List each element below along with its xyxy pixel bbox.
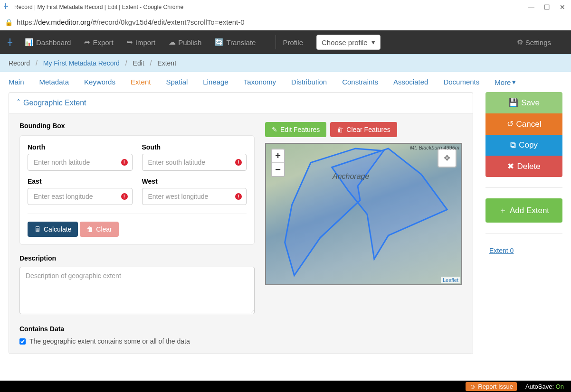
url-display[interactable]: https://dev.mdeditor.org/#/record/0kgv15… xyxy=(17,18,245,26)
clear-bbox-button[interactable]: 🗑 Clear xyxy=(80,222,118,237)
window-controls: — ☐ ✕ xyxy=(528,3,565,11)
nav-translate[interactable]: 🔄Translate xyxy=(215,38,256,47)
nav-export[interactable]: ➦Export xyxy=(84,38,113,47)
save-button[interactable]: 💾 Save xyxy=(485,92,562,113)
minimize-button[interactable]: — xyxy=(528,3,534,11)
tab-documents[interactable]: Documents xyxy=(443,78,479,86)
cancel-button[interactable]: ↺ Cancel xyxy=(485,113,562,135)
app-favicon xyxy=(4,3,11,11)
nav-profile-label: Profile xyxy=(283,38,303,47)
save-icon: 💾 xyxy=(508,98,518,108)
zoom-in-button[interactable]: + xyxy=(272,149,284,163)
description-textarea[interactable] xyxy=(19,267,255,314)
leaflet-credit[interactable]: Leaflet xyxy=(441,277,460,283)
south-label: South xyxy=(142,143,247,151)
tab-more[interactable]: More▾ xyxy=(495,78,516,86)
pencil-icon: ✎ xyxy=(272,126,277,133)
profile-select-placeholder: Choose profile xyxy=(322,38,368,47)
plus-icon: ＋ xyxy=(499,205,507,216)
contains-data-label: Contains Data xyxy=(19,325,255,333)
chevron-up-icon: ˄ xyxy=(17,98,20,107)
panel-toggle[interactable]: ˄ Geographic Extent xyxy=(9,93,473,113)
window-title: Record | My First Metadata Record | Edit… xyxy=(14,4,528,10)
edit-features-button[interactable]: ✎ Edit Features xyxy=(265,122,326,137)
tab-taxonomy[interactable]: Taxonomy xyxy=(244,78,276,86)
breadcrumb-title-link[interactable]: My First Metadata Record xyxy=(43,59,120,67)
add-extent-button[interactable]: ＋ Add Extent xyxy=(485,198,562,223)
breadcrumb: Record / My First Metadata Record / Edit… xyxy=(0,54,571,72)
delete-button[interactable]: ✖ Delete xyxy=(485,156,562,177)
layers-icon: ❖ xyxy=(443,153,451,163)
action-stack: 💾 Save ↺ Cancel ⧉ Copy ✖ Delete xyxy=(485,92,562,177)
window-titlebar: Record | My First Metadata Record | Edit… xyxy=(0,0,571,14)
chevron-down-icon: ▾ xyxy=(371,38,375,47)
close-window-button[interactable]: ✕ xyxy=(560,3,565,11)
west-input[interactable] xyxy=(142,188,247,205)
west-label: West xyxy=(142,177,247,185)
geographic-extent-panel: ˄ Geographic Extent Bounding Box North ! xyxy=(9,92,473,354)
description-label: Description xyxy=(19,254,255,262)
copy-button[interactable]: ⧉ Copy xyxy=(485,135,562,156)
maximize-button[interactable]: ☐ xyxy=(544,3,550,11)
import-icon: ➥ xyxy=(127,38,133,47)
extent-0-link[interactable]: Extent 0 xyxy=(485,244,562,257)
publish-icon: ☁ xyxy=(169,38,176,47)
trash-icon: 🗑 xyxy=(86,225,93,233)
app-logo-icon[interactable] xyxy=(7,37,16,47)
bounding-box-card: North ! South ! xyxy=(19,135,255,245)
copy-icon: ⧉ xyxy=(510,140,516,150)
map-polygons xyxy=(266,144,461,285)
nav-separator xyxy=(276,35,276,49)
breadcrumb-record: Record xyxy=(9,59,30,67)
caret-down-icon: ▾ xyxy=(512,78,516,86)
required-icon: ! xyxy=(121,159,128,166)
translate-icon: 🔄 xyxy=(215,38,224,47)
close-icon: ✖ xyxy=(507,161,514,171)
contains-data-checkbox[interactable] xyxy=(19,338,26,345)
nav-import[interactable]: ➥Import xyxy=(127,38,156,47)
tab-main[interactable]: Main xyxy=(9,78,24,86)
trash-icon: 🗑 xyxy=(337,126,343,133)
north-label: North xyxy=(28,143,133,151)
record-tabs: Main Metadata Keywords Extent Spatial Li… xyxy=(0,72,571,92)
east-label: East xyxy=(28,177,133,185)
tab-associated[interactable]: Associated xyxy=(393,78,428,86)
export-icon: ➦ xyxy=(84,38,90,47)
required-icon: ! xyxy=(235,193,242,200)
tab-constraints[interactable]: Constraints xyxy=(342,78,378,86)
east-input[interactable] xyxy=(28,188,133,205)
map-city-label: Anchorage xyxy=(333,172,369,181)
browser-addressbar: 🔒 https://dev.mdeditor.org/#/record/0kgv… xyxy=(0,14,571,30)
contains-data-text: The geographic extent contains some or a… xyxy=(29,337,190,345)
required-icon: ! xyxy=(235,159,242,166)
layers-button[interactable]: ❖ xyxy=(438,149,457,168)
gear-icon: ⚙ xyxy=(517,38,523,47)
calculator-icon: 🖩 xyxy=(34,225,41,233)
map-zoom-control: + − xyxy=(271,149,285,177)
dashboard-icon: 📊 xyxy=(25,38,34,47)
lock-icon: 🔒 xyxy=(5,19,13,26)
nav-publish[interactable]: ☁Publish xyxy=(169,38,201,47)
north-input[interactable] xyxy=(28,154,133,171)
south-input[interactable] xyxy=(142,154,247,171)
zoom-out-button[interactable]: − xyxy=(272,163,284,176)
undo-icon: ↺ xyxy=(507,119,514,129)
tab-keywords[interactable]: Keywords xyxy=(84,78,115,86)
tab-distribution[interactable]: Distribution xyxy=(291,78,327,86)
tab-metadata[interactable]: Metadata xyxy=(39,78,69,86)
breadcrumb-section: Extent xyxy=(157,59,176,67)
tab-lineage[interactable]: Lineage xyxy=(203,78,228,86)
bounding-box-title: Bounding Box xyxy=(19,122,255,130)
clear-features-button[interactable]: 🗑 Clear Features xyxy=(330,122,397,137)
nav-settings[interactable]: ⚙Settings xyxy=(517,38,551,47)
tab-spatial[interactable]: Spatial xyxy=(166,78,188,86)
extent-map[interactable]: + − ❖ Mt. Blackburn 4996m Anchorage Leaf… xyxy=(265,143,462,285)
nav-dashboard[interactable]: 📊Dashboard xyxy=(25,38,71,47)
profile-select[interactable]: Choose profile ▾ xyxy=(316,35,381,50)
tab-extent[interactable]: Extent xyxy=(131,78,151,86)
calculate-button[interactable]: 🖩 Calculate xyxy=(28,222,78,237)
panel-title: Geographic Extent xyxy=(23,99,86,107)
map-corner-label: Mt. Blackburn 4996m xyxy=(410,145,459,150)
required-icon: ! xyxy=(121,193,128,200)
app-navbar: 📊Dashboard ➦Export ➥Import ☁Publish 🔄Tra… xyxy=(0,30,571,54)
